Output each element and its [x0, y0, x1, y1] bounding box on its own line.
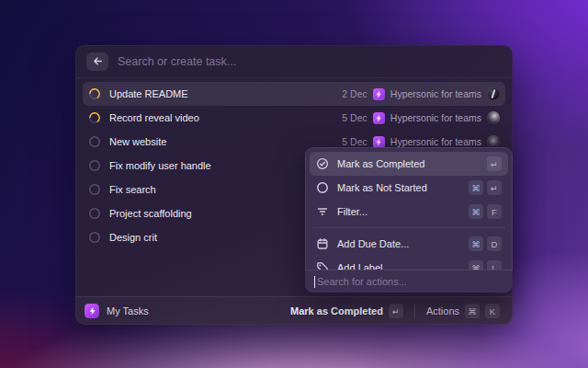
actions-menu-items: Mark as Completed ↵ Mark as Not Started …: [305, 147, 513, 280]
actions-search-bar: [305, 270, 513, 293]
footer-bar: My Tasks Mark as Completed ↵ Actions ⌘ K: [75, 296, 513, 325]
menu-item-label: Add Due Date...: [337, 238, 460, 249]
return-key-icon: ↵: [487, 156, 502, 171]
status-not-started-icon[interactable]: [88, 231, 101, 244]
actions-button[interactable]: Actions ⌘ K: [423, 301, 503, 321]
hypersonic-bolt-icon: [373, 112, 385, 124]
return-key-icon: ↵: [389, 304, 403, 318]
due-date: 2 Dec: [342, 88, 367, 99]
search-header: [75, 45, 513, 78]
menu-item-label: Filter...: [337, 206, 460, 217]
command-key-icon: ⌘: [465, 304, 480, 318]
command-key-icon: ⌘: [469, 180, 483, 195]
actions-search-input[interactable]: [317, 276, 503, 287]
assignee-avatar: [487, 111, 500, 124]
task-meta: 5 Dec Hypersonic for teams: [342, 135, 500, 148]
footer-divider: [414, 305, 415, 317]
task-app-window: Update README 2 Dec Hypersonic for teams…: [75, 45, 513, 325]
primary-action-button[interactable]: Mark as Completed ↵: [287, 301, 407, 321]
task-title: Update README: [109, 88, 334, 99]
hypersonic-bolt-icon: [373, 88, 385, 100]
command-key-icon: ⌘: [469, 236, 483, 251]
menu-item-label: Mark as Not Started: [337, 182, 460, 193]
status-not-started-icon[interactable]: [88, 159, 101, 172]
task-title: Record reveal video: [109, 112, 334, 123]
command-key-icon: ⌘: [469, 204, 483, 219]
status-in-progress-icon[interactable]: [88, 87, 101, 100]
assignee-avatar: [487, 135, 500, 148]
app-name: My Tasks: [107, 305, 279, 316]
text-caret: [314, 276, 315, 288]
circle-icon: [316, 181, 329, 194]
status-not-started-icon[interactable]: [88, 207, 101, 220]
search-input[interactable]: [118, 55, 502, 68]
status-not-started-icon[interactable]: [88, 135, 101, 148]
hypersonic-bolt-icon: [373, 136, 385, 148]
menu-item-add-due-date[interactable]: Add Due Date... ⌘ D: [310, 232, 508, 256]
k-key-icon: K: [485, 304, 500, 318]
menu-item-mark-not-started[interactable]: Mark as Not Started ⌘ ↵: [310, 176, 508, 200]
due-date: 5 Dec: [342, 136, 367, 147]
task-meta: 2 Dec Hypersonic for teams: [342, 87, 500, 100]
task-row[interactable]: Record reveal video 5 Dec Hypersonic for…: [83, 106, 505, 130]
app-bolt-icon: [85, 304, 99, 318]
actions-menu: Mark as Completed ↵ Mark as Not Started …: [305, 147, 513, 293]
d-key-icon: D: [487, 236, 502, 251]
status-in-progress-icon[interactable]: [88, 111, 101, 124]
menu-divider: [312, 227, 505, 228]
team-label: Hypersonic for teams: [390, 112, 481, 123]
f-key-icon: F: [487, 204, 502, 219]
assignee-avatar: [487, 87, 500, 100]
menu-item-mark-completed[interactable]: Mark as Completed ↵: [310, 152, 508, 176]
arrow-left-icon: [93, 56, 103, 66]
return-key-icon: ↵: [487, 180, 502, 195]
task-title: New website: [109, 136, 334, 147]
status-not-started-icon[interactable]: [88, 183, 101, 196]
back-button[interactable]: [86, 52, 108, 71]
menu-item-filter[interactable]: Filter... ⌘ F: [310, 200, 508, 224]
task-row[interactable]: Update README 2 Dec Hypersonic for teams: [83, 82, 505, 106]
team-label: Hypersonic for teams: [390, 136, 481, 147]
due-date: 5 Dec: [342, 112, 367, 123]
task-meta: 5 Dec Hypersonic for teams: [342, 111, 500, 124]
team-label: Hypersonic for teams: [390, 88, 481, 99]
actions-label: Actions: [426, 305, 459, 316]
shortcut-keys: ⌘ D: [469, 236, 502, 251]
shortcut-keys: ⌘ ↵: [469, 180, 502, 195]
check-circle-icon: [316, 157, 329, 170]
shortcut-keys: ⌘ F: [469, 204, 502, 219]
calendar-icon: [316, 237, 329, 250]
menu-item-label: Mark as Completed: [337, 158, 479, 169]
shortcut-keys: ↵: [487, 156, 502, 171]
filter-icon: [316, 205, 329, 218]
primary-action-label: Mark as Completed: [290, 305, 383, 316]
